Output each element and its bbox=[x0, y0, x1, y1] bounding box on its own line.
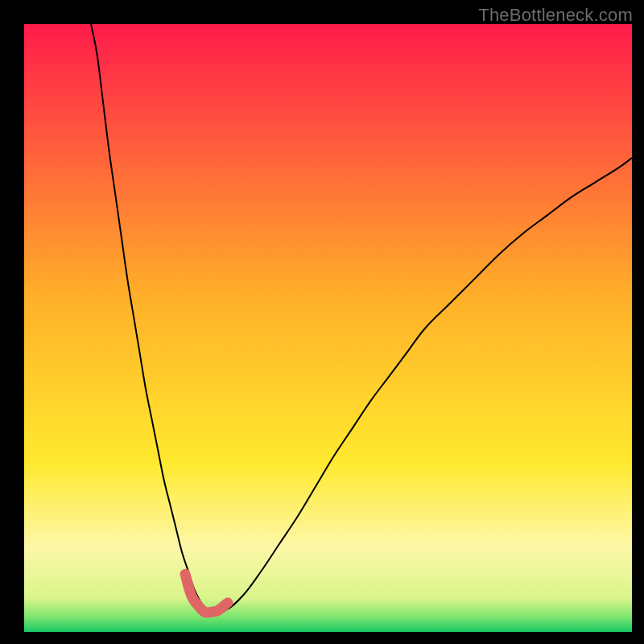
watermark-text: TheBottleneck.com bbox=[478, 5, 633, 26]
chart-canvas bbox=[24, 24, 632, 632]
chart-frame: TheBottleneck.com bbox=[0, 0, 644, 644]
chart-background bbox=[24, 24, 632, 632]
